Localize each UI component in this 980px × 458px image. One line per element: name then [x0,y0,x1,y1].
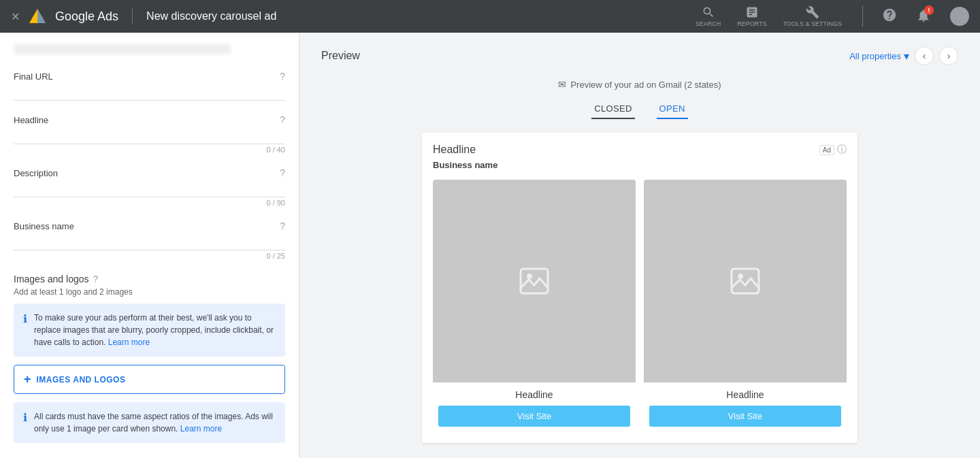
svg-rect-2 [521,269,548,293]
svg-point-5 [738,274,743,279]
nav-divider [132,8,133,24]
images-logos-subtitle: Add at least 1 logo and 2 images [14,287,285,297]
tools-nav-item[interactable]: TOOLS & SETTINGS [777,3,849,30]
preview-controls: All properties ▾ ‹ › [849,46,958,65]
search-nav-item[interactable]: SEARCH [689,3,728,30]
headline-input[interactable] [14,128,285,144]
add-circle-icon: + [24,372,31,387]
image-placeholder-2 [644,180,847,382]
description-char-count: 0 / 90 [14,199,285,207]
images-logos-title: Images and logos [14,274,89,284]
image-placeholder-1 [433,180,636,382]
ad-image-card-1: Headline Visit Site [433,180,636,432]
business-name-input[interactable] [14,234,285,250]
svg-point-3 [527,274,532,279]
card-headline-2: Headline [649,389,841,400]
preview-header: Preview All properties ▾ ‹ › [321,46,958,65]
images-logos-section-header: Images and logos ? [14,274,285,284]
description-input[interactable] [14,181,285,197]
ad-card-header: Headline Ad ⓘ [433,144,847,156]
headline-char-count: 0 / 40 [14,146,285,154]
preview-title: Preview [321,50,360,62]
gmail-preview-label: ✉ Preview of your ad on Gmail (2 states) [321,79,958,90]
description-field: Description ? 0 / 90 [14,167,285,207]
images-logos-help-icon[interactable]: ? [93,274,99,284]
mail-icon: ✉ [558,79,566,90]
ad-card-body-2: Headline Visit Site [644,382,847,432]
cards-info-icon: ℹ [23,411,27,424]
ad-preview-card: Headline Ad ⓘ Business name [422,133,858,443]
info-icon: ℹ [23,312,27,325]
preview-next-button[interactable]: › [939,46,958,65]
notifications-icon[interactable]: ! [916,8,931,25]
main-layout: Final URL ? Headline ? 0 / 40 Descriptio… [0,33,980,458]
headline-help-icon[interactable]: ? [280,114,285,125]
ad-badge-area: Ad ⓘ [819,144,847,156]
blurred-breadcrumb [14,44,231,54]
images-info-box: ℹ To make sure your ads perform at their… [14,304,285,357]
business-name-char-count: 0 / 25 [14,252,285,260]
business-name-field: Business name ? 0 / 25 [14,220,285,260]
ad-card-body-1: Headline Visit Site [433,382,636,432]
google-ads-logo [28,7,47,26]
left-panel: Final URL ? Headline ? 0 / 40 Descriptio… [0,33,299,458]
images-learn-more-link[interactable]: Learn more [108,338,150,347]
right-panel: Preview All properties ▾ ‹ › ✉ Preview o… [299,33,980,458]
add-images-logos-button[interactable]: + IMAGES AND LOGOS [14,365,285,394]
ad-headline: Headline [433,144,476,156]
ad-info-icon[interactable]: ⓘ [837,144,847,156]
preview-prev-button[interactable]: ‹ [915,46,934,65]
description-help-icon[interactable]: ? [280,167,285,178]
svg-marker-1 [37,9,46,23]
page-title: New discovery carousel ad [146,10,276,22]
final-url-input[interactable] [14,84,285,101]
cards-info-text: All cards must have the same aspect rati… [34,410,276,435]
images-info-text: To make sure your ads perform at their b… [34,312,276,348]
description-label: Description [14,168,58,178]
cards-info-box: ℹ All cards must have the same aspect ra… [14,402,285,443]
ad-image-card-2: Headline Visit Site [644,180,847,432]
nav-vertical-divider [862,5,863,27]
top-nav: ✕ Google Ads New discovery carousel ad S… [0,0,980,33]
closed-state-button[interactable]: CLOSED [591,99,634,119]
cards-learn-more-link[interactable]: Learn more [180,424,222,434]
user-avatar[interactable] [950,7,969,26]
all-properties-button[interactable]: All properties ▾ [849,50,909,63]
ad-business-name: Business name [433,160,847,170]
headline-field: Headline ? 0 / 40 [14,114,285,154]
visit-site-button-1[interactable]: Visit Site [438,406,630,427]
close-icon[interactable]: ✕ [11,10,20,23]
notification-badge: ! [924,5,934,15]
svg-rect-4 [732,269,759,293]
chevron-down-icon: ▾ [904,50,909,63]
final-url-help-icon[interactable]: ? [280,71,285,82]
nav-icons: SEARCH REPORTS TOOLS & SETTINGS [689,3,849,30]
final-url-label: Final URL [14,71,53,82]
ad-cards-row: Headline Visit Site Headline [433,180,847,432]
final-url-field: Final URL ? [14,71,285,101]
app-name: Google Ads [55,10,118,24]
visit-site-button-2[interactable]: Visit Site [649,406,841,427]
open-state-button[interactable]: OPEN [657,99,688,119]
ad-badge: Ad [819,145,834,155]
reports-nav-item[interactable]: REPORTS [730,3,773,30]
business-name-label: Business name [14,221,74,231]
headline-label: Headline [14,115,48,125]
state-toggle: CLOSED OPEN [321,99,958,119]
add-images-label: IMAGES AND LOGOS [37,375,126,385]
business-name-help-icon[interactable]: ? [280,220,285,231]
help-icon[interactable] [882,7,897,26]
card-headline-1: Headline [438,389,630,400]
